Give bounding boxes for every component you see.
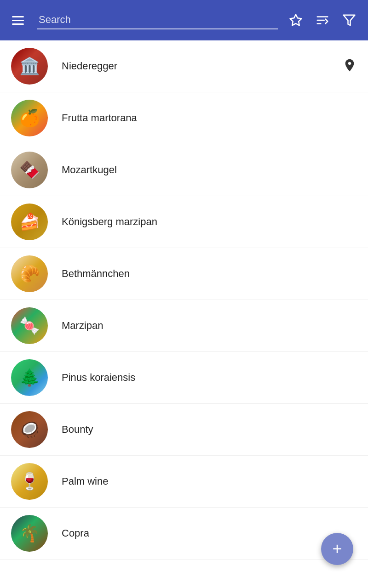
add-button[interactable]: +: [321, 533, 353, 565]
item-label: Bounty: [62, 424, 357, 435]
avatar: [11, 48, 48, 85]
item-label: Palm wine: [62, 475, 357, 487]
app-header: [0, 0, 368, 40]
item-label: Frutta martorana: [62, 112, 357, 124]
avatar: [11, 515, 48, 552]
item-label: Pinus koraiensis: [62, 372, 357, 384]
items-list: Niederegger Frutta martorana Mozartkugel…: [0, 40, 368, 560]
list-item[interactable]: Marzipan: [0, 300, 368, 352]
list-item[interactable]: Bethmännchen: [0, 248, 368, 300]
list-item[interactable]: Niederegger: [0, 40, 368, 92]
favorites-button[interactable]: [286, 11, 305, 30]
star-icon: [289, 13, 303, 27]
search-input[interactable]: [37, 11, 278, 29]
avatar: [11, 307, 48, 344]
item-label: Königsberg marzipan: [62, 216, 357, 228]
sort-icon: [316, 13, 329, 27]
item-label: Mozartkugel: [62, 164, 357, 176]
list-item[interactable]: Copra: [0, 508, 368, 560]
list-item[interactable]: Mozartkugel: [0, 144, 368, 196]
add-icon: +: [332, 541, 342, 557]
item-label: Copra: [62, 527, 357, 539]
item-label: Niederegger: [62, 60, 342, 72]
list-item[interactable]: Frutta martorana: [0, 92, 368, 144]
menu-icon: [12, 16, 26, 25]
list-item[interactable]: Königsberg marzipan: [0, 196, 368, 248]
avatar: [11, 359, 48, 396]
item-label: Marzipan: [62, 320, 357, 332]
item-label: Bethmännchen: [62, 268, 357, 280]
filter-icon: [342, 13, 356, 27]
svg-marker-4: [344, 15, 355, 26]
menu-button[interactable]: [9, 13, 29, 28]
avatar: [11, 100, 48, 136]
avatar: [11, 463, 48, 500]
filter-button[interactable]: [339, 11, 359, 30]
sort-button[interactable]: [313, 11, 332, 30]
avatar: [11, 411, 48, 448]
location-icon: [342, 58, 357, 74]
avatar: [11, 255, 48, 292]
avatar: [11, 152, 48, 188]
avatar: [11, 204, 48, 240]
header-action-icons: [286, 11, 359, 30]
list-item[interactable]: Pinus koraiensis: [0, 352, 368, 404]
list-item[interactable]: Bounty: [0, 404, 368, 456]
svg-marker-0: [290, 15, 302, 26]
list-item[interactable]: Palm wine: [0, 456, 368, 508]
